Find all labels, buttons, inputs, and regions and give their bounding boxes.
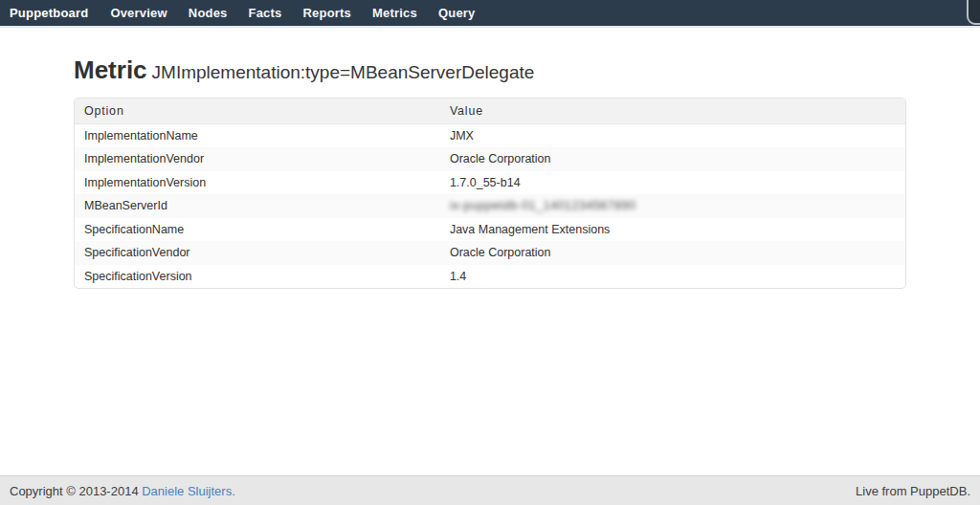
nav-item-metrics[interactable]: Metrics [362,6,428,20]
table-row: SpecificationNameJava Management Extensi… [75,218,905,242]
main-content: MetricJMImplementation:type=MBeanServerD… [0,56,980,289]
navbar: Puppetboard OverviewNodesFactsReportsMet… [0,0,980,28]
option-cell: SpecificationName [75,218,440,242]
value-cell: 1.7.0_55-b14 [440,171,905,195]
nav-item-nodes[interactable]: Nodes [178,6,238,20]
page-title-prefix: Metric [74,55,147,84]
option-cell: ImplementationVersion [75,171,440,195]
table-row: ImplementationVersion1.7.0_55-b14 [75,171,905,195]
table-row: ImplementationVendorOracle Corporation [75,147,905,171]
column-header-value: Value [440,99,905,124]
table-row: ImplementationNameJMX [75,123,905,147]
table-header-row: Option Value [75,99,905,124]
metric-table: Option Value ImplementationNameJMXImplem… [75,99,905,289]
table-row: MBeanServerIdix-puppetdb-01_140123456789… [75,194,905,218]
copyright-text: Copyright © 2013-2014 [10,484,142,498]
option-cell: SpecificationVersion [75,265,440,289]
nav-item-query[interactable]: Query [428,6,486,20]
author-link[interactable]: Daniele Sluijters. [142,484,235,498]
value-cell: Oracle Corporation [440,241,905,265]
redacted-value: ix-puppetdb-01_1401234567890 [450,199,636,212]
nav-item-reports[interactable]: Reports [293,6,363,20]
navbar-items: OverviewNodesFactsReportsMetricsQuery [100,6,485,20]
footer: Copyright © 2013-2014 Daniele Sluijters.… [0,475,980,505]
copyright: Copyright © 2013-2014 Daniele Sluijters. [10,484,235,498]
option-cell: MBeanServerId [75,194,440,218]
metric-table-container: Option Value ImplementationNameJMXImplem… [74,98,906,290]
page-title: MetricJMImplementation:type=MBeanServerD… [74,56,906,85]
footer-status: Live from PuppetDB. [856,484,970,498]
value-cell: Oracle Corporation [440,147,905,171]
nav-item-overview[interactable]: Overview [100,6,177,20]
option-cell: ImplementationVendor [75,147,440,171]
value-cell: JMX [440,123,905,147]
table-row: SpecificationVendorOracle Corporation [75,241,905,265]
value-cell: Java Management Extensions [440,218,905,242]
option-cell: ImplementationName [75,123,440,147]
navbar-brand[interactable]: Puppetboard [10,6,88,20]
metric-name: JMImplementation:type=MBeanServerDelegat… [152,62,535,82]
column-header-option: Option [75,99,440,124]
option-cell: SpecificationVendor [75,241,440,265]
table-row: SpecificationVersion1.4 [75,265,905,289]
value-cell: 1.4 [440,265,905,289]
scrollbar-thumb[interactable] [967,0,980,25]
nav-item-facts[interactable]: Facts [238,6,293,20]
value-cell: ix-puppetdb-01_1401234567890 [440,194,905,218]
